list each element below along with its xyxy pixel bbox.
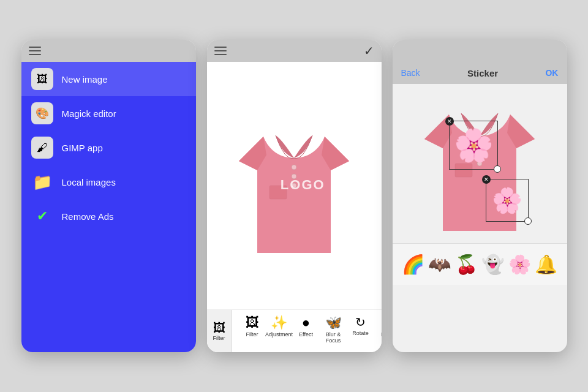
sticker-tray: 🌈 🦇 🍒 👻 🌸 🔔: [393, 243, 567, 285]
svg-point-2: [292, 183, 296, 188]
filter-side-icon: 🖼: [213, 321, 225, 335]
svg-point-1: [292, 174, 296, 179]
hamburger-icon[interactable]: [29, 47, 41, 55]
menu-icon-new-image: 🖼: [31, 68, 53, 90]
sticker-tray-holly[interactable]: 🍒: [455, 254, 478, 275]
tool-draw[interactable]: ✏ Draw: [374, 316, 382, 337]
menu-item-remove-ads[interactable]: ✔ Remove Ads: [21, 199, 196, 233]
rotate-icon: ↻: [355, 316, 366, 328]
menu-item-gimp-app[interactable]: 🖌 GIMP app: [21, 130, 196, 165]
sticker-area: ✕ 🌸 ✕ 🌸: [393, 84, 567, 243]
sticker-title: Sticker: [467, 68, 498, 78]
svg-point-0: [292, 165, 296, 170]
menu-item-local-images[interactable]: 📁 Local images: [21, 165, 196, 199]
panel1-frame: 🖼 New image 🎨 Magick editor 🖌 GIMP app 📁…: [21, 40, 196, 352]
blur-focus-label: Blur & Focus: [320, 331, 347, 344]
menu-label-gimp-app: GIMP app: [62, 143, 103, 153]
menu-icon-magick-editor: 🎨: [31, 102, 53, 124]
menu-label-local-images: Local images: [62, 177, 116, 187]
screens-container: 🖼 New image 🎨 Magick editor 🖌 GIMP app 📁…: [9, 28, 579, 364]
panel2-header: ✓: [207, 40, 382, 62]
sticker-tray-bell[interactable]: 🔔: [535, 254, 557, 275]
adjustment-icon: ✨: [271, 316, 287, 330]
effect-icon: ●: [302, 316, 310, 330]
sticker-emoji-1: 🌸: [454, 129, 494, 161]
menu-icon-gimp-app: 🖌: [31, 137, 53, 159]
sticker-back-button[interactable]: Back: [401, 68, 420, 78]
sticker-tray-flower[interactable]: 🌸: [508, 254, 531, 275]
sticker-shirt-container: ✕ 🌸 ✕ 🌸: [412, 84, 547, 243]
menu-label-new-image: New image: [62, 74, 108, 85]
sticker-close-2[interactable]: ✕: [482, 175, 491, 184]
tool-adjustment[interactable]: ✨ Adjustment: [266, 316, 293, 337]
filter-icon: 🖼: [246, 316, 259, 330]
panel1-header: [21, 40, 196, 62]
shirt-svg: [227, 106, 361, 265]
sticker-tray-ghost[interactable]: 👻: [481, 254, 504, 275]
tool-blur-focus[interactable]: 🦋 Blur & Focus: [320, 316, 347, 344]
filter-side-btn[interactable]: 🖼 Filter: [207, 310, 232, 352]
sticker-emoji-2: 🌸: [492, 188, 522, 213]
menu-icon-remove-ads: ✔: [31, 205, 53, 227]
sticker-resize-2[interactable]: [524, 217, 532, 225]
menu-label-remove-ads: Remove Ads: [62, 211, 114, 222]
svg-rect-3: [270, 186, 287, 199]
rotate-label: Rotate: [352, 330, 369, 336]
sticker-resize-1[interactable]: [494, 165, 501, 173]
panel2-checkmark-icon[interactable]: ✓: [364, 43, 374, 58]
sticker-header: Back Sticker OK: [393, 62, 567, 84]
panel2-hamburger-icon[interactable]: [214, 47, 227, 55]
sticker-box-2[interactable]: ✕ 🌸: [486, 179, 529, 222]
panel3-top-header: [393, 40, 567, 62]
shirt-area: LOGO: [207, 62, 382, 309]
tool-rotate[interactable]: ↻ Rotate: [347, 316, 374, 336]
adjustment-label: Adjustment: [265, 331, 293, 337]
tool-effect[interactable]: ● Effect: [293, 316, 320, 337]
sticker-close-1[interactable]: ✕: [445, 117, 454, 126]
menu-label-magick-editor: Magick editor: [62, 108, 116, 119]
panel3-frame: Back Sticker OK: [393, 40, 567, 352]
panel2-frame: ✓: [207, 40, 382, 352]
menu-icon-local-images: 📁: [31, 171, 53, 193]
filter-side-label: Filter: [213, 335, 225, 341]
menu-item-new-image[interactable]: 🖼 New image: [21, 62, 196, 96]
tool-filter[interactable]: 🖼 Filter: [239, 316, 266, 337]
panel2-content: LOGO 🖼 Filter 🖼 Filter ✨ Adjus: [207, 62, 382, 352]
sticker-tray-rainbow[interactable]: 🌈: [402, 254, 424, 275]
sticker-ok-button[interactable]: OK: [545, 68, 558, 78]
sticker-tray-bat[interactable]: 🦇: [428, 254, 451, 275]
effect-label: Effect: [299, 331, 313, 337]
sticker-box-1[interactable]: ✕ 🌸: [449, 121, 498, 170]
panel1-content: 🖼 New image 🎨 Magick editor 🖌 GIMP app 📁…: [21, 62, 196, 352]
menu-item-magick-editor[interactable]: 🎨 Magick editor: [21, 96, 196, 130]
filter-label: Filter: [246, 331, 258, 337]
blur-focus-icon: 🦋: [325, 316, 342, 330]
